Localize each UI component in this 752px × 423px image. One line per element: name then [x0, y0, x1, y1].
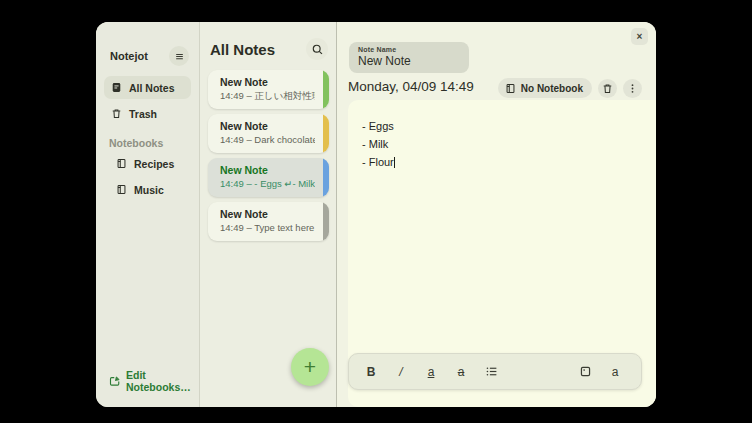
strikethrough-button[interactable]: a — [448, 360, 474, 384]
editor-header-actions: No Notebook — [498, 78, 642, 98]
notes-list-panel: All Notes New Note 14:49 – 正しい相対性理論 New … — [200, 22, 337, 407]
note-preview: 14:49 – 正しい相対性理論 — [220, 89, 315, 102]
notebooks-section-label: Notebooks — [109, 137, 199, 149]
text-caret — [394, 157, 395, 168]
app-title: Notejot — [110, 50, 148, 62]
sidebar-item-all-notes[interactable]: All Notes — [104, 76, 191, 99]
search-button[interactable] — [306, 38, 328, 60]
sidebar-notebook-recipes[interactable]: Recipes — [109, 152, 191, 175]
underline-icon: a — [428, 365, 435, 379]
notejot-window: Notejot All Notes Trash Notebooks — [96, 22, 656, 407]
sidebar-item-label: Trash — [129, 108, 157, 120]
close-window-button[interactable]: × — [631, 28, 648, 45]
plus-icon: + — [304, 355, 316, 379]
notes-list-title: All Notes — [210, 41, 275, 58]
formatting-toolbar: B / a a a — [348, 353, 642, 390]
note-date: Monday, 04/09 14:49 — [348, 79, 474, 94]
note-color-stripe — [323, 158, 329, 197]
notes-list-header: All Notes — [210, 38, 328, 60]
italic-button[interactable]: / — [388, 360, 414, 384]
note-title: New Note — [220, 120, 315, 133]
note-preview: 14:49 – - Eggs ↵- Milk… — [220, 177, 315, 190]
sidebar-item-label: Recipes — [134, 158, 174, 170]
hamburger-icon — [174, 51, 185, 62]
new-note-button[interactable]: + — [291, 348, 329, 386]
note-preview: 14:49 – Dark chocolate… — [220, 133, 315, 146]
note-name-label: Note Name — [358, 46, 460, 53]
delete-note-button[interactable] — [598, 79, 617, 98]
note-title: New Note — [220, 208, 315, 221]
note-color-stripe — [323, 114, 329, 153]
note-list-item[interactable]: New Note 14:49 – Type text here… — [208, 202, 329, 241]
toolbar-right-group: a — [572, 360, 632, 384]
sidebar: Notejot All Notes Trash Notebooks — [96, 22, 200, 407]
note-icon — [111, 82, 122, 93]
font-icon: a — [612, 365, 619, 379]
editor-panel: × Note Name New Note Monday, 04/09 14:49… — [337, 22, 656, 407]
edit-notebooks-button[interactable]: Edit Notebooks… — [109, 369, 199, 393]
sidebar-item-label: All Notes — [129, 82, 175, 94]
bullet-list-icon — [485, 365, 498, 378]
edit-notebook-icon — [109, 375, 121, 387]
notebook-icon — [116, 158, 127, 169]
color-swatch-icon — [579, 365, 592, 378]
notebook-icon — [116, 184, 127, 195]
underline-button[interactable]: a — [418, 360, 444, 384]
sidebar-notebook-music[interactable]: Music — [109, 178, 191, 201]
note-list-item-selected[interactable]: New Note 14:49 – - Eggs ↵- Milk… — [208, 158, 329, 197]
main-menu-button[interactable] — [169, 46, 189, 66]
search-icon — [311, 43, 324, 56]
note-name-field[interactable]: Note Name New Note — [349, 42, 469, 73]
note-content-text: - Eggs - Milk - Flour — [362, 120, 394, 168]
sidebar-header: Notejot — [110, 46, 189, 66]
note-title: New Note — [220, 76, 315, 89]
close-icon: × — [637, 31, 643, 42]
note-color-stripe — [323, 70, 329, 109]
trash-icon — [602, 83, 613, 94]
note-color-stripe — [323, 202, 329, 241]
note-list-item[interactable]: New Note 14:49 – 正しい相対性理論 — [208, 70, 329, 109]
font-button[interactable]: a — [602, 360, 628, 384]
note-name-value: New Note — [358, 54, 460, 68]
note-list-item[interactable]: New Note 14:49 – Dark chocolate… — [208, 114, 329, 153]
bold-icon: B — [367, 365, 376, 379]
notebook-icon — [505, 83, 516, 94]
sidebar-item-trash[interactable]: Trash — [104, 102, 191, 125]
notebook-picker-button[interactable]: No Notebook — [498, 78, 592, 98]
note-preview: 14:49 – Type text here… — [220, 221, 315, 234]
note-menu-button[interactable] — [623, 79, 642, 98]
sidebar-item-label: Music — [134, 184, 164, 196]
trash-icon — [111, 108, 122, 119]
kebab-menu-icon — [627, 83, 638, 94]
italic-icon: / — [399, 365, 402, 379]
note-title: New Note — [220, 164, 315, 177]
edit-notebooks-label: Edit Notebooks… — [126, 369, 199, 393]
bold-button[interactable]: B — [358, 360, 384, 384]
notebook-picker-label: No Notebook — [521, 83, 583, 94]
note-color-button[interactable] — [572, 360, 598, 384]
list-button[interactable] — [478, 360, 504, 384]
strikethrough-icon: a — [458, 365, 465, 379]
